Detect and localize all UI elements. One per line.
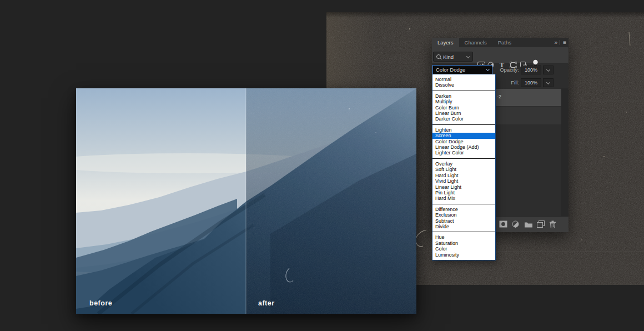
blend-mode-option[interactable]: Normal (432, 77, 495, 82)
group-folder-icon[interactable] (524, 220, 533, 228)
after-label: after (258, 299, 275, 307)
photo-speck (349, 108, 350, 109)
layer-filter-bar: Kind T (432, 47, 568, 63)
blend-mode-option[interactable]: Subtract (432, 218, 495, 224)
blend-mode-option[interactable]: Dissolve (432, 82, 495, 88)
blend-mode-option[interactable]: Hue (432, 234, 495, 240)
tab-channels[interactable]: Channels (459, 38, 492, 47)
blend-mode-group: NormalDissolve (432, 74, 495, 91)
fill-dropdown-button[interactable] (543, 78, 554, 87)
blend-mode-option[interactable]: Linear Light (432, 184, 495, 190)
blend-mode-option[interactable]: Hard Light (432, 173, 495, 178)
blend-mode-option[interactable]: Multiply (432, 99, 495, 104)
search-icon (436, 54, 441, 59)
blend-mode-group: DifferenceExclusionSubtractDivide (432, 204, 495, 232)
opacity-label: Opacity: (496, 67, 519, 73)
blend-mode-option[interactable]: Darken (432, 93, 495, 99)
delete-layer-icon[interactable] (549, 220, 556, 228)
blend-mode-option[interactable]: Overlay (432, 161, 495, 167)
panel-menu-icon[interactable]: ≡ (563, 39, 566, 46)
after-grain (246, 88, 416, 314)
panel-header-controls: » ≡ (555, 38, 566, 47)
fill-value[interactable]: 100% (521, 78, 541, 87)
before-after-comparison-image: before after (76, 88, 416, 314)
collapse-panel-icon[interactable]: » (555, 39, 557, 46)
blend-mode-option[interactable]: Color Dodge (432, 139, 495, 144)
blend-mode-group: OverlaySoft LightHard LightVivid LightLi… (432, 158, 495, 204)
chevron-down-icon (466, 54, 470, 58)
blend-mode-option[interactable]: Vivid Light (432, 178, 495, 184)
blend-mode-option[interactable]: Hard Mix (432, 195, 495, 201)
blend-mode-dropdown-list: NormalDissolveDarkenMultiplyColor BurnLi… (432, 74, 496, 260)
tab-layers[interactable]: Layers (432, 38, 459, 47)
photo-speck (375, 132, 376, 133)
blend-mode-option[interactable]: Linear Dodge (Add) (432, 144, 495, 150)
blend-mode-option[interactable]: Lighter Color (432, 150, 495, 156)
blend-mode-select[interactable]: Color Dodge (432, 65, 492, 74)
layer-name-fragment: -2 (497, 94, 501, 99)
blend-mode-option[interactable]: Darker Color (432, 116, 495, 122)
blend-mode-option[interactable]: Difference (432, 207, 495, 212)
opacity-value[interactable]: 100% (521, 66, 541, 74)
mountain-photo (76, 88, 416, 314)
layer-list-edge (561, 88, 568, 216)
texture-top-shade (326, 12, 644, 18)
filter-kind-dropdown[interactable]: Kind (433, 52, 473, 62)
tab-paths[interactable]: Paths (492, 38, 517, 47)
blend-mode-option[interactable]: Color (432, 246, 495, 252)
new-layer-icon[interactable] (537, 220, 545, 228)
filter-kind-label: Kind (443, 54, 454, 60)
blend-mode-option[interactable]: Soft Light (432, 167, 495, 172)
blend-mode-option[interactable]: Saturation (432, 240, 495, 246)
blend-mode-value: Color Dodge (436, 67, 465, 73)
blend-mode-option[interactable]: Luminosity (432, 252, 495, 258)
blend-mode-option[interactable]: Linear Burn (432, 111, 495, 116)
blend-mode-option[interactable]: Lighten (432, 127, 495, 133)
adjustment-layer-icon[interactable] (512, 220, 519, 228)
layer-mask-icon[interactable] (499, 220, 507, 228)
blend-mode-option[interactable]: Pin Light (432, 190, 495, 195)
blend-mode-option[interactable]: Color Burn (432, 105, 495, 111)
blend-mode-group: LightenScreenColor DodgeLinear Dodge (Ad… (432, 124, 495, 158)
blend-mode-option[interactable]: Screen (432, 133, 495, 138)
blend-mode-option[interactable]: Divide (432, 224, 495, 229)
blend-mode-group: HueSaturationColorLuminosity (432, 232, 495, 260)
opacity-dropdown-button[interactable] (543, 66, 554, 74)
blend-mode-group: DarkenMultiplyColor BurnLinear BurnDarke… (432, 91, 495, 124)
blend-mode-option[interactable]: Exclusion (432, 212, 495, 218)
before-label: before (89, 299, 112, 307)
divider (560, 40, 560, 45)
panel-tabs: LayersChannelsPaths (432, 38, 568, 47)
fill-label: Fill: (496, 79, 519, 86)
chevron-down-icon (486, 67, 490, 71)
